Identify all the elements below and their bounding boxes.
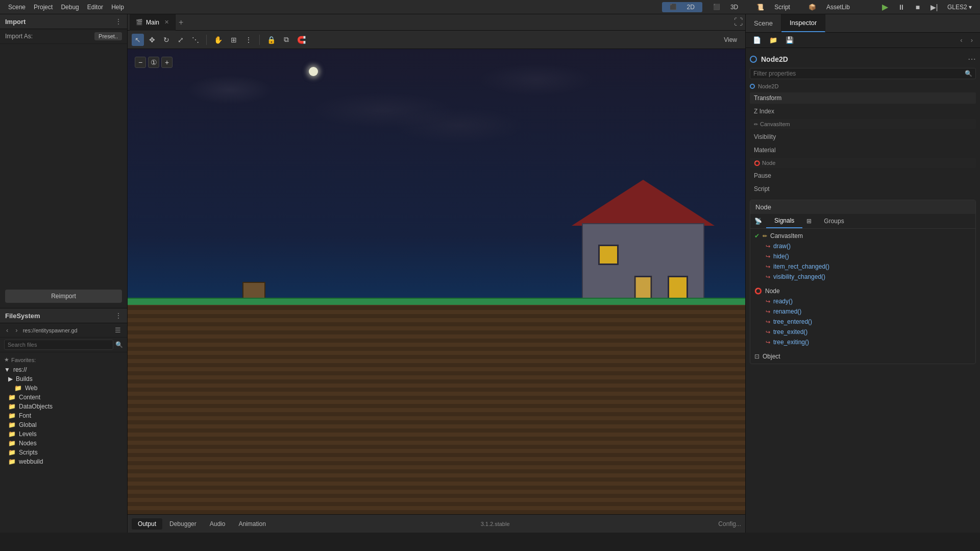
fs-item-label: Scripts	[19, 449, 38, 456]
signal-arrow-icon: ↪	[766, 274, 770, 280]
signal-ready[interactable]: ↪ ready()	[750, 296, 975, 306]
fs-favorites-label: ★ Favorites:	[0, 354, 127, 365]
fs-folder-icon: 📁	[8, 440, 16, 447]
fs-item-levels[interactable]: 📁 Levels	[0, 429, 127, 439]
config-button[interactable]: Config...	[718, 520, 741, 528]
fs-item-global[interactable]: 📁 Global	[0, 420, 127, 429]
node-expand-button[interactable]: ⋯	[968, 54, 976, 64]
filesystem-menu-button[interactable]: ⋮	[115, 312, 122, 320]
play-button[interactable]: ▶	[878, 1, 892, 13]
signal-tree-exiting[interactable]: ↪ tree_exiting()	[750, 337, 975, 347]
toolbar-separator2	[259, 35, 260, 45]
canvas-item-label: CanvasItem	[760, 121, 790, 127]
signal-tree-exited[interactable]: ↪ tree_exited()	[750, 327, 975, 337]
smart-snap-button[interactable]: ⋱	[189, 34, 202, 46]
insp-back-button[interactable]: ‹	[957, 35, 965, 45]
fs-folder-icon: ▶	[8, 375, 13, 382]
signal-draw[interactable]: ↪ draw()	[750, 241, 975, 251]
stop-button[interactable]: ■	[911, 1, 925, 13]
tab-inspector[interactable]: Inspector	[781, 14, 825, 32]
preset-button[interactable]: Preset..	[94, 32, 122, 40]
groups-icon: ⊞	[806, 218, 812, 225]
canvas-item-section: ✏ CanvasItem	[750, 119, 976, 129]
sg-tab-signals[interactable]: Signals	[766, 214, 802, 228]
script-row: Script	[750, 182, 976, 196]
sg-groups-icon[interactable]: ⊞	[802, 214, 816, 228]
bottom-tab-debugger[interactable]: Debugger	[163, 518, 203, 530]
menu-help[interactable]: Help	[107, 4, 128, 11]
zoom-reset-button[interactable]: ①	[148, 57, 159, 68]
insp-folder-icon[interactable]: 📁	[766, 35, 780, 45]
tab-add-button[interactable]: +	[176, 18, 186, 27]
bottom-tab-audio[interactable]: Audio	[204, 518, 232, 530]
fs-item-builds[interactable]: ▶ Builds	[0, 374, 127, 384]
script-button[interactable]: 📜 Script	[749, 2, 798, 12]
filter-properties-input[interactable]	[753, 70, 962, 77]
fs-item-font[interactable]: 📁 Font	[0, 411, 127, 420]
fs-item-dataobjects[interactable]: 📁 DataObjects	[0, 402, 127, 411]
tab-scene[interactable]: Scene	[746, 14, 781, 32]
view-button[interactable]: View	[720, 34, 741, 45]
fs-item-res[interactable]: ▼ res://	[0, 365, 127, 374]
signal-visibility-changed[interactable]: ↪ visibility_changed()	[750, 272, 975, 282]
fs-item-scripts[interactable]: 📁 Scripts	[0, 448, 127, 457]
mode-2d-button[interactable]: ⬛ 2D	[662, 2, 702, 12]
insp-file-icon[interactable]: 📄	[750, 35, 764, 45]
pause-row: Pause	[750, 169, 976, 182]
rotate-tool-button[interactable]: ↻	[160, 34, 173, 46]
fs-search-input[interactable]	[4, 340, 113, 350]
fs-forward-button[interactable]: ›	[13, 325, 19, 335]
group-button[interactable]: ⧉	[281, 33, 292, 46]
menu-project[interactable]: Project	[30, 4, 57, 11]
signal-label: ready()	[773, 298, 793, 305]
sg-tab-groups[interactable]: Groups	[816, 214, 852, 228]
sg-signals-icon[interactable]: 📡	[750, 214, 766, 228]
ground-top	[128, 299, 745, 305]
ruler-button[interactable]: ⊞	[228, 34, 240, 46]
object-group-header[interactable]: ⊡ Object	[750, 351, 975, 362]
reimport-button[interactable]: Reimport	[5, 290, 122, 303]
fs-back-button[interactable]: ‹	[4, 325, 10, 335]
select-tool-button[interactable]: ↖	[132, 34, 144, 46]
lock-button[interactable]: 🔒	[264, 34, 279, 46]
menu-scene[interactable]: Scene	[4, 4, 30, 11]
menu-debug[interactable]: Debug	[57, 4, 83, 11]
tab-main[interactable]: 🎬 Main ✕	[130, 14, 176, 31]
snap-button[interactable]: 🧲	[294, 34, 309, 46]
step-button[interactable]: ▶|	[927, 1, 941, 13]
tab-close-button[interactable]: ✕	[164, 19, 169, 26]
fs-item-web[interactable]: 📁 Web	[0, 384, 127, 393]
mode-3d-button[interactable]: ⬛ 3D	[705, 2, 746, 12]
canvasitem-group-header[interactable]: ✔ ✏ CanvasItem	[750, 231, 975, 241]
canvasitem-check-icon: ✔	[754, 232, 760, 239]
zoom-out-button[interactable]: −	[135, 57, 146, 68]
fs-item-webbuild[interactable]: 📁 webbuild	[0, 457, 127, 466]
fs-list-button[interactable]: ☰	[113, 325, 123, 335]
zoom-in-button[interactable]: +	[161, 57, 173, 68]
signal-hide[interactable]: ↪ hide()	[750, 251, 975, 261]
signal-renamed[interactable]: ↪ renamed()	[750, 306, 975, 317]
signal-tree-entered[interactable]: ↪ tree_entered()	[750, 317, 975, 327]
assetlib-button[interactable]: 📦 AssetLib	[801, 2, 857, 12]
insp-forward-button[interactable]: ›	[968, 35, 976, 45]
more-button[interactable]: ⋮	[242, 34, 255, 46]
signal-arrow-icon: ↪	[766, 298, 770, 305]
bottom-tab-animation[interactable]: Animation	[232, 518, 272, 530]
pan-tool-button[interactable]: ✋	[211, 34, 226, 46]
scale-tool-button[interactable]: ⤢	[175, 34, 187, 46]
center-panel: 🎬 Main ✕ + ⛶ ↖ ✥ ↻ ⤢ ⋱ ✋ ⊞ ⋮ 🔒 ⧉ 🧲 View	[128, 14, 745, 533]
move-tool-button[interactable]: ✥	[146, 34, 158, 46]
maximize-button[interactable]: ⛶	[734, 17, 743, 28]
insp-save-icon[interactable]: 💾	[782, 35, 797, 45]
import-panel-menu-button[interactable]: ⋮	[115, 17, 122, 26]
fs-folder-icon: 📁	[8, 430, 16, 438]
bottom-tab-output[interactable]: Output	[132, 518, 162, 530]
fs-item-content[interactable]: 📁 Content	[0, 393, 127, 402]
pause-button[interactable]: ⏸	[894, 1, 909, 13]
fs-item-nodes[interactable]: 📁 Nodes	[0, 439, 127, 448]
menu-editor[interactable]: Editor	[83, 4, 107, 11]
signal-item-rect-changed[interactable]: ↪ item_rect_changed()	[750, 261, 975, 272]
signal-arrow-icon: ↪	[766, 329, 770, 336]
node-group-header[interactable]: ⭕ Node	[750, 286, 975, 296]
signal-arrow-icon: ↪	[766, 243, 770, 250]
